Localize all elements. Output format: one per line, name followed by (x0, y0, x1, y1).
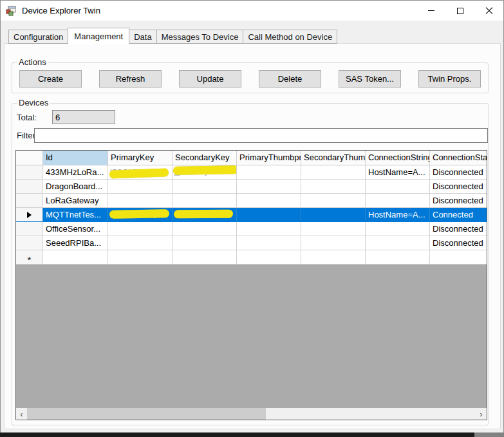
scrollbar-track[interactable] (27, 408, 476, 420)
column-header-id[interactable]: Id (43, 151, 108, 165)
cell-id[interactable]: DragonBoard... (43, 180, 108, 194)
tab-messages-to-device[interactable]: Messages To Device (156, 30, 244, 44)
cell-connection-string[interactable] (366, 180, 430, 194)
cell-secondary-key[interactable] (173, 180, 237, 194)
cell-secondary-key[interactable]: Kdjguk.24.RN (173, 208, 237, 222)
close-button[interactable] (474, 1, 503, 21)
update-button[interactable]: Update (179, 70, 241, 88)
delete-button[interactable]: Delete (259, 70, 321, 88)
cell-id[interactable]: 433MHzLoRa... (43, 165, 108, 180)
column-header-secondarykey[interactable]: SecondaryKey (173, 151, 237, 165)
tab-data[interactable]: Data (129, 30, 156, 44)
cell-secondary-key[interactable] (173, 250, 237, 265)
cell-secondary-thumbprint[interactable] (301, 194, 366, 208)
row-header-cell[interactable] (16, 165, 43, 180)
close-icon (485, 7, 493, 15)
cell-connection-state[interactable]: Disconnected (430, 194, 487, 208)
cell-primary-key[interactable] (108, 180, 173, 194)
cell-primary-thumbprint[interactable] (237, 180, 301, 194)
cell-primary-thumbprint[interactable] (237, 236, 301, 250)
cell-primary-key[interactable] (108, 194, 173, 208)
row-header-cell[interactable]: * (16, 250, 43, 265)
maximize-button[interactable] (445, 1, 474, 21)
cell-id[interactable]: SeeedRPIBa... (43, 236, 108, 250)
column-header-primarykey[interactable]: PrimaryKey (108, 151, 173, 165)
row-header-cell[interactable] (16, 236, 43, 250)
devices-groupbox: Devices Total: Filter: IdPrimaryKeySecon… (12, 103, 489, 425)
cell-connection-state[interactable]: Disconnected (430, 236, 487, 250)
new-row-asterisk-icon: * (28, 252, 32, 263)
cell-secondary-thumbprint[interactable] (301, 236, 366, 250)
row-header-cell[interactable] (16, 208, 43, 222)
cell-id[interactable] (43, 250, 108, 265)
cell-primary-key[interactable]: gIwJLEZ.TUg (108, 208, 173, 222)
cell-primary-key[interactable] (108, 222, 173, 236)
yellow-highlighter-redaction (173, 165, 237, 175)
app-icon (6, 6, 16, 16)
tab-call-method-on-device[interactable]: Call Method on Device (243, 30, 337, 44)
cell-connection-state[interactable]: Disconnected (430, 180, 487, 194)
cell-connection-string[interactable]: HostName=A... (366, 165, 430, 180)
grid-row-officesensor[interactable]: OfficeSensor...Disconnected (16, 222, 487, 236)
row-header-cell[interactable] (16, 222, 43, 236)
row-header-cell[interactable] (16, 180, 43, 194)
cell-connection-state[interactable]: Connected (430, 208, 487, 222)
grid-new-row[interactable]: * (16, 250, 487, 265)
grid-row-loragateway[interactable]: LoRaGatewayDisconnected (16, 194, 487, 208)
column-header-connectionstring[interactable]: ConnectionString (366, 151, 430, 165)
grid-row-dragonboard[interactable]: DragonBoard...Disconnected (16, 180, 487, 194)
grid-row-seeedrpiba[interactable]: SeeedRPIBa...Disconnected (16, 236, 487, 250)
column-header-secondarythumbprint[interactable]: SecondaryThumbprint (301, 151, 366, 165)
cell-primary-thumbprint[interactable] (237, 208, 301, 222)
total-label: Total: (17, 113, 37, 122)
cell-primary-thumbprint[interactable] (237, 250, 301, 265)
cell-secondary-key[interactable] (173, 222, 237, 236)
cell-secondary-thumbprint[interactable] (301, 165, 366, 180)
scroll-left-button[interactable]: ‹ (16, 408, 27, 420)
cell-connection-string[interactable] (366, 250, 430, 265)
cell-primary-key[interactable] (108, 236, 173, 250)
cell-primary-thumbprint[interactable] (237, 165, 301, 180)
cell-secondary-thumbprint[interactable] (301, 180, 366, 194)
cell-connection-state[interactable] (430, 250, 487, 265)
tab-page-management: Actions CreateRefreshUpdateDeleteSAS Tok… (4, 43, 501, 429)
cell-connection-state[interactable]: Disconnected (430, 222, 487, 236)
cell-primary-thumbprint[interactable] (237, 222, 301, 236)
twin-props-button[interactable]: Twin Props. (418, 70, 481, 88)
cell-id[interactable]: OfficeSensor... (43, 222, 108, 236)
grid-corner-cell[interactable] (16, 151, 43, 165)
row-header-cell[interactable] (16, 194, 43, 208)
cell-secondary-key[interactable] (173, 194, 237, 208)
grid-row-mqttnettes[interactable]: MQTTnetTes...gIwJLEZ.TUgKdjguk.24.RNHost… (16, 208, 487, 222)
cell-secondary-thumbprint[interactable] (301, 208, 366, 222)
scroll-right-button[interactable]: › (476, 408, 487, 420)
cell-primary-key[interactable] (108, 250, 173, 265)
sas-token-button[interactable]: SAS Token... (339, 70, 401, 88)
cell-secondary-key[interactable] (173, 236, 237, 250)
cell-connection-string[interactable]: HostName=A... (366, 208, 430, 222)
scrollbar-thumb[interactable] (27, 408, 266, 420)
cell-primary-thumbprint[interactable] (237, 194, 301, 208)
cell-secondary-thumbprint[interactable] (301, 222, 366, 236)
cell-primary-key[interactable]: IBSQk8&p& (108, 165, 173, 180)
yellow-highlighter-redaction (109, 209, 169, 219)
cell-connection-string[interactable] (366, 236, 430, 250)
horizontal-scrollbar[interactable]: ‹ › (16, 408, 487, 420)
create-button[interactable]: Create (19, 70, 82, 88)
tab-configuration[interactable]: Configuration (8, 30, 68, 44)
cell-connection-state[interactable]: Disconnected (430, 165, 487, 180)
cell-id[interactable]: LoRaGateway (43, 194, 108, 208)
cell-secondary-key[interactable]: jjjVE..E5y/ (173, 165, 237, 180)
filter-input[interactable] (34, 128, 488, 143)
cell-connection-string[interactable] (366, 194, 430, 208)
grid-row-433mhzlora[interactable]: 433MHzLoRa...IBSQk8&p&jjjVE..E5y/HostNam… (16, 165, 487, 180)
cell-connection-string[interactable] (366, 222, 430, 236)
tab-management[interactable]: Management (68, 28, 129, 44)
cell-id[interactable]: MQTTnetTes... (43, 208, 108, 222)
minimize-button[interactable] (416, 1, 445, 21)
column-header-primarythumbprint[interactable]: PrimaryThumbprint (237, 151, 301, 165)
column-header-connectionstate[interactable]: ConnectionState (430, 151, 487, 165)
total-count-field[interactable] (52, 110, 115, 124)
cell-secondary-thumbprint[interactable] (301, 250, 366, 265)
refresh-button[interactable]: Refresh (99, 70, 162, 88)
